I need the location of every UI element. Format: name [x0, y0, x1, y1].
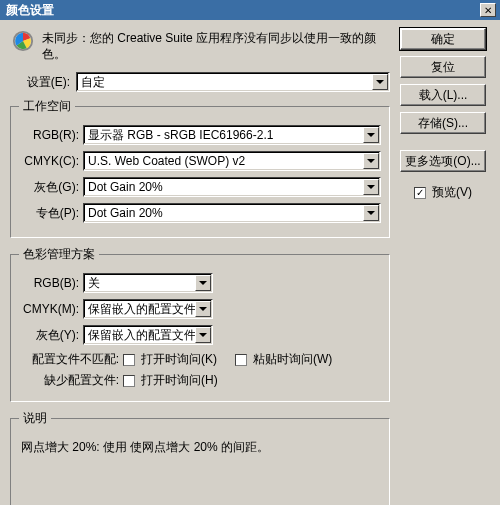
policy-gray-label: 灰色(Y):: [19, 327, 79, 344]
reset-button[interactable]: 复位: [400, 56, 486, 78]
load-button[interactable]: 载入(L)...: [400, 84, 486, 106]
mismatch-label: 配置文件不匹配:: [19, 351, 119, 368]
spot-dropdown[interactable]: Dot Gain 20%: [83, 203, 381, 223]
chevron-down-icon[interactable]: [363, 179, 379, 195]
spot-label: 专色(P):: [19, 205, 79, 222]
missing-label: 缺少配置文件:: [19, 372, 119, 389]
missing-open-label: 打开时询问(H): [141, 372, 218, 389]
policies-legend: 色彩管理方案: [19, 246, 99, 263]
chevron-down-icon[interactable]: [363, 127, 379, 143]
description-group: 说明 网点增大 20%: 使用 使网点增大 20% 的间距。: [10, 410, 390, 505]
color-sync-icon: [12, 30, 34, 52]
chevron-down-icon[interactable]: [195, 301, 211, 317]
more-options-button[interactable]: 更多选项(O)...: [400, 150, 486, 172]
chevron-down-icon[interactable]: [195, 275, 211, 291]
workspace-group: 工作空间 RGB(R): 显示器 RGB - sRGB IEC61966-2.1…: [10, 98, 390, 238]
policy-cmyk-dropdown[interactable]: 保留嵌入的配置文件: [83, 299, 213, 319]
settings-dropdown[interactable]: 自定: [76, 72, 390, 92]
description-legend: 说明: [19, 410, 51, 427]
cmyk-label: CMYK(C):: [19, 154, 79, 168]
policies-group: 色彩管理方案 RGB(B): 关 CMYK(M): 保留嵌入的配置文件 灰色(Y…: [10, 246, 390, 402]
chevron-down-icon[interactable]: [372, 74, 388, 90]
gray-dropdown[interactable]: Dot Gain 20%: [83, 177, 381, 197]
mismatch-paste-label: 粘贴时询问(W): [253, 351, 332, 368]
dialog-title: 颜色设置: [4, 2, 480, 19]
preview-label: 预览(V): [432, 184, 472, 201]
policy-rgb-dropdown[interactable]: 关: [83, 273, 213, 293]
chevron-down-icon[interactable]: [195, 327, 211, 343]
close-icon[interactable]: ✕: [480, 3, 496, 17]
chevron-down-icon[interactable]: [363, 205, 379, 221]
rgb-dropdown[interactable]: 显示器 RGB - sRGB IEC61966-2.1: [83, 125, 381, 145]
ok-button[interactable]: 确定: [400, 28, 486, 50]
policy-gray-dropdown[interactable]: 保留嵌入的配置文件: [83, 325, 213, 345]
settings-label: 设置(E):: [10, 74, 70, 91]
sync-message: 未同步：您的 Creative Suite 应用程序没有同步以使用一致的颜色。: [42, 30, 388, 62]
mismatch-paste-checkbox[interactable]: [235, 354, 247, 366]
settings-value: 自定: [81, 74, 389, 91]
workspace-legend: 工作空间: [19, 98, 75, 115]
rgb-label: RGB(R):: [19, 128, 79, 142]
preview-checkbox[interactable]: [414, 187, 426, 199]
cmyk-dropdown[interactable]: U.S. Web Coated (SWOP) v2: [83, 151, 381, 171]
description-text: 网点增大 20%: 使用 使网点增大 20% 的间距。: [19, 437, 381, 505]
gray-label: 灰色(G):: [19, 179, 79, 196]
save-button[interactable]: 存储(S)...: [400, 112, 486, 134]
policy-rgb-label: RGB(B):: [19, 276, 79, 290]
mismatch-open-label: 打开时询问(K): [141, 351, 217, 368]
missing-open-checkbox[interactable]: [123, 375, 135, 387]
chevron-down-icon[interactable]: [363, 153, 379, 169]
policy-cmyk-label: CMYK(M):: [19, 302, 79, 316]
titlebar: 颜色设置 ✕: [0, 0, 500, 20]
mismatch-open-checkbox[interactable]: [123, 354, 135, 366]
